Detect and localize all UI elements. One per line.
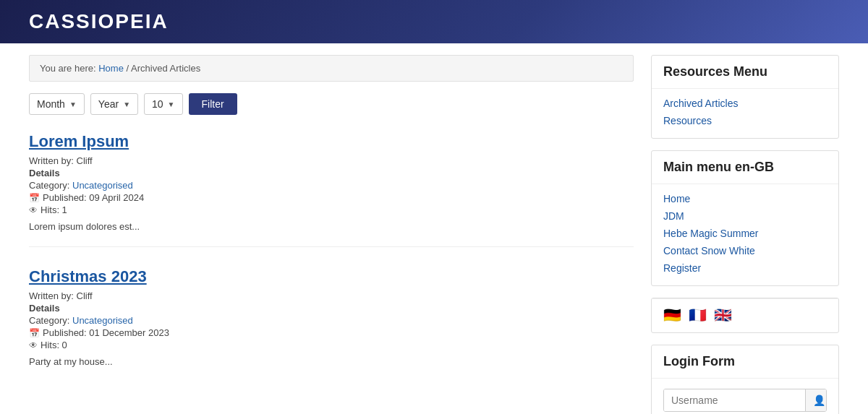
filter-button[interactable]: Filter — [189, 93, 237, 115]
article-excerpt: Party at my house... — [29, 356, 634, 367]
article-title-link[interactable]: Christmas 2023 — [29, 267, 147, 285]
category-link[interactable]: Uncategorised — [72, 180, 133, 191]
sidebar: Resources Menu Archived Articles Resourc… — [651, 55, 839, 414]
eye-icon: 👁 — [29, 340, 38, 350]
resources-menu-box: Resources Menu Archived Articles Resourc… — [651, 55, 839, 139]
category-label: Category: — [29, 180, 69, 191]
year-chevron-icon: ▼ — [123, 100, 130, 108]
language-switcher-box: 🇩🇪 🇫🇷 🇬🇧 — [651, 298, 839, 333]
year-select[interactable]: Year ▼ — [90, 93, 138, 115]
username-input-wrap: 👤 — [663, 389, 827, 412]
category-label: Category: — [29, 315, 69, 326]
breadcrumb: You are here: Home / Archived Articles — [29, 55, 634, 82]
month-select[interactable]: Month ▼ — [29, 93, 85, 115]
calendar-icon: 📅 — [29, 328, 40, 338]
articles-list: Lorem Ipsum Written by: Cliff Details Ca… — [29, 132, 634, 381]
resources-menu-title: Resources Menu — [652, 56, 838, 88]
breadcrumb-prefix: You are here: — [40, 63, 96, 74]
calendar-icon: 📅 — [29, 193, 40, 203]
published-date: Published: 09 April 2024 — [43, 192, 144, 203]
main-menu-jdm[interactable]: JDM — [663, 207, 827, 225]
main-menu-title: Main menu en-GB — [652, 151, 838, 184]
breadcrumb-current: Archived Articles — [131, 63, 200, 74]
main-content: You are here: Home / Archived Articles M… — [29, 55, 634, 414]
main-menu-box: Main menu en-GB Home JDM Hebe Magic Summ… — [651, 150, 839, 286]
main-menu-contact-snow-white[interactable]: Contact Snow White — [663, 242, 827, 259]
site-logo: CASSIOPEIA — [29, 10, 169, 33]
main-menu-home[interactable]: Home — [663, 190, 827, 207]
user-icon: 👤 — [805, 389, 827, 411]
published-date: Published: 01 December 2023 — [43, 327, 169, 338]
article-item: Christmas 2023 Written by: Cliff Details… — [29, 267, 634, 381]
username-input[interactable] — [664, 389, 805, 411]
details-label: Details — [29, 303, 60, 314]
language-flags: 🇩🇪 🇫🇷 🇬🇧 — [652, 298, 838, 332]
written-by-value: Cliff — [77, 290, 93, 301]
breadcrumb-separator: / — [127, 63, 129, 74]
login-form-box: Login Form 👤 — [651, 345, 839, 414]
resources-archived-link[interactable]: Archived Articles — [663, 95, 827, 112]
count-chevron-icon: ▼ — [168, 100, 175, 108]
main-menu-content: Home JDM Hebe Magic Summer Contact Snow … — [652, 184, 838, 285]
flag-fr[interactable]: 🇫🇷 — [689, 306, 707, 324]
breadcrumb-home-link[interactable]: Home — [98, 63, 124, 74]
page-container: You are here: Home / Archived Articles M… — [0, 43, 868, 414]
login-form-title: Login Form — [652, 345, 838, 378]
details-label: Details — [29, 168, 60, 178]
month-label: Month — [37, 98, 65, 110]
written-by-label: Written by: — [29, 155, 74, 166]
month-chevron-icon: ▼ — [69, 100, 77, 108]
article-title-link[interactable]: Lorem Ipsum — [29, 132, 129, 150]
article-excerpt: Lorem ipsum dolores est... — [29, 221, 634, 232]
login-form-content: 👤 — [652, 378, 838, 414]
resources-link[interactable]: Resources — [663, 112, 827, 129]
eye-icon: 👁 — [29, 205, 38, 215]
year-label: Year — [98, 98, 119, 110]
written-by-label: Written by: — [29, 290, 74, 301]
filter-bar: Month ▼ Year ▼ 10 ▼ Filter — [29, 93, 634, 115]
hits-count: Hits: 0 — [41, 340, 67, 350]
main-menu-register[interactable]: Register — [663, 259, 827, 277]
category-link[interactable]: Uncategorised — [72, 315, 133, 326]
hits-count: Hits: 1 — [41, 204, 67, 215]
written-by-value: Cliff — [77, 155, 93, 166]
main-menu-hebe[interactable]: Hebe Magic Summer — [663, 225, 827, 242]
count-label: 10 — [152, 98, 163, 110]
article-item: Lorem Ipsum Written by: Cliff Details Ca… — [29, 132, 634, 247]
resources-menu-content: Archived Articles Resources — [652, 88, 838, 138]
flag-de[interactable]: 🇩🇪 — [663, 306, 681, 324]
site-header: CASSIOPEIA — [0, 0, 868, 43]
flag-gb[interactable]: 🇬🇧 — [714, 306, 732, 324]
count-select[interactable]: 10 ▼ — [144, 93, 182, 115]
